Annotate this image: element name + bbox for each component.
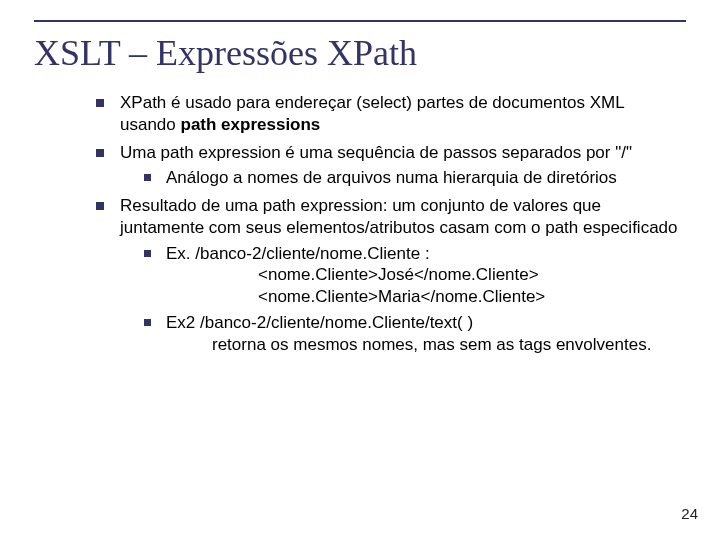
bullet-2: Uma path expression é uma sequência de p…	[96, 142, 682, 190]
slide-body: XPath é usado para endereçar (select) pa…	[96, 92, 682, 361]
bullet-3: Resultado de uma path expression: um con…	[96, 195, 682, 355]
bullet-2-1: Análogo a nomes de arquivos numa hierarq…	[120, 167, 682, 189]
bullet-3-2: Ex2 /banco-2/cliente/nome.Cliente/text( …	[120, 312, 682, 356]
bullet-3-text: Resultado de uma path expression: um con…	[120, 196, 678, 237]
page-number: 24	[681, 505, 698, 522]
bullet-1-text-b: path expressions	[181, 115, 321, 134]
bullet-1: XPath é usado para endereçar (select) pa…	[96, 92, 682, 136]
bullet-2-1-text: Análogo a nomes de arquivos numa hierarq…	[166, 168, 617, 187]
bullet-3-2-lead: Ex2 /banco-2/cliente/nome.Cliente/text( …	[166, 313, 473, 332]
bullet-2-sub: Análogo a nomes de arquivos numa hierarq…	[120, 167, 682, 189]
bullet-3-2-tail: retorna os mesmos nomes, mas sem as tags…	[166, 334, 682, 356]
title-underline	[34, 20, 686, 22]
bullet-3-1: Ex. /banco-2/cliente/nome.Cliente : <nom…	[120, 243, 682, 308]
slide-title: XSLT – Expressões XPath	[34, 32, 417, 74]
bullet-3-1-line3: <nome.Cliente>Maria</nome.Cliente>	[166, 286, 682, 308]
bullet-3-1-line2: <nome.Cliente>José</nome.Cliente>	[166, 264, 682, 286]
bullet-3-1-lead: Ex. /banco-2/cliente/nome.Cliente :	[166, 244, 430, 263]
bullet-3-sub: Ex. /banco-2/cliente/nome.Cliente : <nom…	[120, 243, 682, 356]
slide: XSLT – Expressões XPath XPath é usado pa…	[0, 0, 720, 540]
bullet-list: XPath é usado para endereçar (select) pa…	[96, 92, 682, 355]
bullet-2-text: Uma path expression é uma sequência de p…	[120, 143, 632, 162]
